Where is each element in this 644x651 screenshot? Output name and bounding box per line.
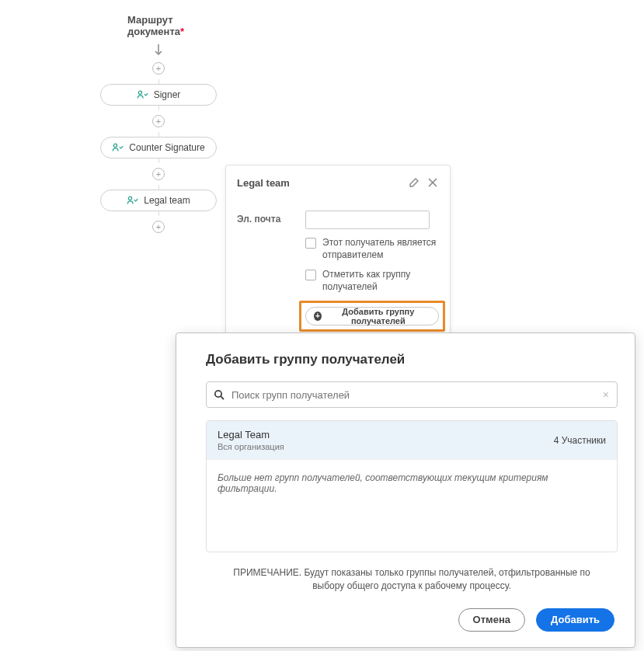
route-step-label: Legal team: [144, 195, 190, 206]
connector-line: [158, 211, 159, 216]
close-icon[interactable]: [426, 176, 439, 189]
svg-point-2: [114, 144, 117, 147]
add-button[interactable]: Добавить: [536, 608, 614, 632]
signer-icon: [137, 89, 149, 100]
group-item-count: 4 Участники: [554, 435, 606, 446]
group-search: ×: [206, 381, 618, 408]
checkbox-label: Отметить как группу получателей: [322, 269, 439, 293]
required-indicator: *: [180, 26, 184, 37]
modal-note: ПРИМЕЧАНИЕ. Будут показаны только группы…: [206, 566, 618, 593]
cancel-button[interactable]: Отмена: [458, 608, 525, 632]
recipient-popover: Legal team Эл. почта Этот получатель явл…: [225, 165, 451, 343]
route-step-counter-signature[interactable]: Counter Signature: [100, 137, 217, 158]
connector-line: [158, 106, 159, 110]
popover-actions: [408, 176, 439, 189]
svg-line-7: [221, 396, 224, 399]
add-recipient-group-button[interactable]: + Добавить группу получателей: [305, 307, 439, 326]
group-item-scope: Вся организация: [218, 442, 284, 451]
checkbox-label: Этот получатель является отправителем: [322, 237, 439, 261]
route-step-label: Counter Signature: [129, 142, 204, 153]
add-group-wrap: + Добавить группу получателей: [305, 307, 439, 326]
email-field-wrap: Этот получатель является отправителем От…: [305, 211, 439, 293]
email-field[interactable]: [305, 211, 430, 229]
route-title: Маршрут документа*: [127, 14, 218, 37]
add-step-node[interactable]: +: [152, 221, 165, 233]
add-recipient-group-modal: Добавить группу получателей × Legal Team…: [176, 332, 635, 648]
route-step-label: Signer: [154, 89, 181, 100]
add-step-node[interactable]: +: [152, 62, 165, 75]
plus-circle-icon: +: [314, 312, 322, 321]
email-label: Эл. почта: [237, 211, 298, 293]
svg-point-1: [138, 91, 141, 94]
connector-line: [158, 158, 159, 163]
add-step-node[interactable]: +: [152, 115, 165, 127]
signer-icon: [127, 195, 139, 206]
route-step-legal-team[interactable]: Legal team: [100, 190, 217, 211]
modal-footer: Отмена Добавить: [206, 608, 618, 632]
edit-icon[interactable]: [408, 176, 420, 189]
svg-point-6: [215, 391, 221, 397]
popover-header: Legal team: [237, 176, 439, 189]
popover-title: Legal team: [237, 177, 290, 189]
arrow-down-icon: [153, 44, 164, 57]
group-list-item[interactable]: Legal Team Вся организация 4 Участники: [207, 421, 617, 459]
group-item-info: Legal Team Вся организация: [218, 429, 284, 451]
group-item-name: Legal Team: [218, 429, 284, 440]
email-row: Эл. почта Этот получатель является отпра…: [237, 211, 439, 293]
add-step-node[interactable]: +: [152, 168, 165, 180]
route-step-signer[interactable]: Signer: [100, 84, 217, 106]
document-route: Маршрут документа* + Signer + Counter Si…: [99, 14, 218, 238]
group-list: Legal Team Вся организация 4 Участники Б…: [206, 420, 618, 552]
checkbox[interactable]: [305, 238, 316, 249]
checkbox[interactable]: [305, 270, 316, 280]
mark-as-group-check: Отметить как группу получателей: [305, 269, 439, 293]
signer-icon: [112, 142, 124, 153]
add-group-btn-label: Добавить группу получателей: [326, 307, 430, 326]
group-list-empty: Больше нет групп получателей, соответств…: [207, 459, 617, 552]
recipient-is-sender-check: Этот получатель является отправителем: [305, 237, 439, 261]
group-search-input[interactable]: [231, 389, 595, 401]
clear-search-icon[interactable]: ×: [601, 388, 611, 401]
svg-point-3: [129, 197, 132, 200]
search-icon: [213, 388, 225, 401]
modal-title: Добавить группу получателей: [206, 352, 618, 367]
route-title-text: Маршрут документа: [127, 14, 180, 37]
